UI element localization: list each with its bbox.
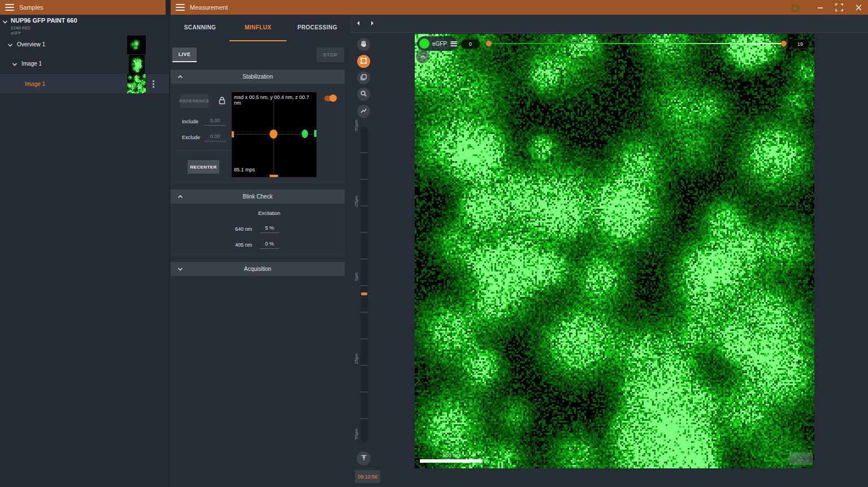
axis-tick-bottom [270,175,278,177]
maximize-icon[interactable] [832,0,847,15]
range-max-value[interactable]: 19 [791,39,810,49]
scale-bar-label: 500 nm [420,452,483,458]
zoom-icon [360,89,367,100]
excitation-405-field[interactable]: 0 % [260,241,279,249]
region-select-icon [360,57,367,67]
stabilization-body: REFERENCE Include 5.00 Exclude 0.00 RECE… [171,84,345,184]
viewer-toolbar-strip [350,15,868,33]
prev-arrow-icon[interactable] [354,19,362,29]
stabilization-plot: msd x 00.5 nm, y 00.4 nm, z 00.7 nm 85.1… [232,92,316,177]
layers-tool-button[interactable] [357,71,370,84]
axis-tick-right [314,130,316,137]
menu-icon[interactable] [176,4,185,11]
z-label: 25µm [354,354,359,364]
pan-icon [360,40,367,50]
range-min-value[interactable]: 0 [461,39,480,49]
stabilization-header[interactable]: Stabilization [171,70,345,84]
msd-readout: msd x 00.5 nm, y 00.4 nm, z 00.7 nm [234,94,316,106]
lock-icon[interactable] [218,96,226,107]
channel-menu-icon[interactable] [450,41,457,46]
selected-image-label: Image 1 [25,81,45,87]
chevron-up-icon [177,74,184,80]
trace-icon [360,106,367,117]
collapse-channel-icon[interactable] [416,50,429,63]
acquisition-title: Acquisition [244,266,271,272]
stop-button[interactable]: STOP [316,48,344,62]
blink-check-header[interactable]: Blink Check [171,189,345,204]
tab-processing[interactable]: PROCESSING [290,15,344,40]
samples-title: Samples [19,4,44,11]
chevron-up-icon [177,193,184,200]
active-tab-indicator [229,40,287,41]
blink-check-title: Blink Check [243,193,273,200]
measurement-title: Measurement [190,4,228,11]
tab-minflux[interactable]: MINFLUX [229,15,287,40]
time-display: 09:10:56 [355,470,380,483]
z-position-scale[interactable] [361,127,368,443]
tab-scanning[interactable]: SCANNING [175,15,225,40]
acquisition-header[interactable]: Acquisition [171,262,345,276]
beam-position-marker [270,130,277,139]
layers-icon [360,73,367,83]
menu-icon[interactable] [5,4,14,11]
include-label: Include [182,119,198,124]
recenter-button[interactable]: RECENTER [188,160,219,174]
excitation-label: Excitation [258,210,280,216]
stabilization-title: Stabilization [242,74,273,80]
samples-titlebar: Samples [0,0,166,15]
include-field[interactable]: 5.00 [204,118,226,126]
region-select-tool-button[interactable] [357,55,370,68]
live-button[interactable]: LIVE [172,48,197,62]
z-label: 0µm [354,273,359,281]
contrast-slider-track[interactable] [489,43,784,44]
samples-panel: NUP96 GFP PAINT 660 STAR RED eGFP Overvi… [0,15,169,487]
zoom-tool-button[interactable] [357,88,370,101]
wavelength-405-label: 405 nm [235,242,252,248]
chevron-down-icon[interactable] [2,19,8,25]
axis-tick-left [232,131,234,137]
chevron-down-icon[interactable] [7,42,14,49]
viewer-overflow-button[interactable]: ... [789,452,813,465]
more-vert-icon[interactable] [151,79,155,89]
overview-thumbnail[interactable] [127,36,146,54]
excitation-640-field[interactable]: 5 % [260,225,279,233]
minimize-icon[interactable] [813,0,827,15]
sample-tag-egfp: eGFP [11,31,21,35]
exclude-field[interactable]: 0.00 [204,133,226,141]
contrast-slider-max-handle[interactable] [781,41,787,46]
stabilization-toggle[interactable] [324,96,336,101]
fluorescence-image[interactable] [415,34,814,468]
image-viewer: eGFP 0 19 500 nm ... [415,34,814,468]
app-window: Samples Measurement NUP96 GFP PAINT 660 … [0,0,868,487]
wavelength-640-label: 640 nm [235,226,252,232]
scale-bar [420,459,483,463]
z-position-handle[interactable] [361,292,367,295]
tree-item-overview[interactable]: Overview 1 [17,41,45,48]
stage-icon [360,454,368,464]
sample-tag-star-red: STAR RED [11,26,31,30]
divider [177,150,230,151]
power-icon[interactable] [788,0,802,15]
reference-button[interactable]: REFERENCE [180,94,209,108]
trace-tool-button[interactable] [357,105,370,118]
z-label: 50µm [354,429,359,439]
reference-position-marker [302,130,308,138]
selected-image-thumbnail[interactable] [127,74,146,93]
rate-readout: 85.1 mps [234,167,255,173]
contrast-slider-min-handle[interactable] [486,41,492,46]
pan-tool-button[interactable] [357,38,370,51]
z-label: -25µm [354,196,359,208]
blink-check-body: Excitation 640 nm 5 % 405 nm 0 % [171,204,345,256]
measurement-titlebar: Measurement [171,0,868,15]
next-arrow-icon[interactable] [368,19,376,29]
chevron-down-icon[interactable] [11,61,18,68]
exclude-label: Exclude [182,135,200,140]
z-label: -50µm [354,120,359,132]
tree-item-image-group[interactable]: Image 1 [21,61,42,67]
sample-name[interactable]: NUP96 GFP PAINT 660 [11,17,77,24]
image-group-thumbnail[interactable] [129,55,145,74]
channel-color-dot[interactable] [419,38,429,49]
close-icon[interactable] [851,0,866,15]
stage-button[interactable] [357,451,371,466]
channel-pill[interactable]: eGFP [417,36,457,51]
